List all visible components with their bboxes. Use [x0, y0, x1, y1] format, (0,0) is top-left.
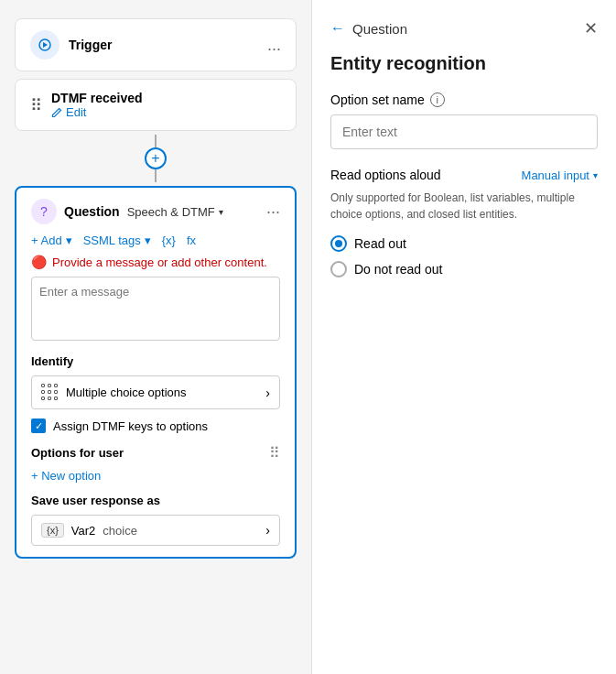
add-chevron-icon: ▾: [66, 234, 72, 247]
question-title: Question: [64, 204, 120, 219]
entity-title: Entity recognition: [330, 53, 598, 74]
speech-dtmf-label: Speech & DTMF: [127, 205, 215, 219]
add-button[interactable]: + Add ▾: [31, 234, 72, 247]
ssml-label: SSML tags: [83, 234, 141, 247]
speech-dtmf-chevron-icon: ▾: [219, 207, 223, 217]
trigger-icon: [30, 30, 59, 60]
ssml-chevron-icon: ▾: [145, 234, 151, 247]
dtmf-info: DTMF received Edit: [51, 91, 143, 119]
var-name: Var2: [71, 524, 96, 538]
left-panel: Trigger ... ⠿ DTMF received Edit + ? Que…: [0, 0, 311, 674]
identify-row[interactable]: Multiple choice options ›: [31, 375, 280, 409]
new-option-button[interactable]: + New option: [31, 469, 101, 483]
panel-header-left: ← Question: [330, 20, 407, 37]
dtmf-icon: ⠿: [30, 95, 42, 115]
var-row-chevron-icon: ›: [265, 523, 270, 538]
manual-input-label: Manual input: [522, 168, 589, 182]
var-row-left: {x} Var2 choice: [41, 523, 137, 538]
add-label: + Add: [31, 234, 62, 247]
options-label: Options for user: [31, 446, 124, 460]
manual-input-chevron-icon: ▾: [593, 170, 598, 180]
assign-dtmf-checkbox[interactable]: ✓: [31, 419, 46, 433]
edit-link[interactable]: Edit: [51, 105, 143, 119]
option-set-label: Option set name: [330, 92, 425, 107]
grid-icon: [41, 384, 59, 401]
question-header: ? Question Speech & DTMF ▾ ···: [31, 199, 280, 224]
helper-text: Only supported for Boolean, list variabl…: [330, 190, 598, 223]
add-node-button[interactable]: +: [145, 147, 167, 169]
read-options-label: Read options aloud: [330, 168, 441, 182]
assign-dtmf-label: Assign DTMF keys to options: [53, 419, 208, 433]
read-out-label: Read out: [354, 236, 406, 251]
option-set-input[interactable]: [330, 114, 598, 149]
identify-row-left: Multiple choice options: [41, 384, 187, 401]
variable-button[interactable]: {x}: [162, 234, 176, 247]
dtmf-card: ⠿ DTMF received Edit: [15, 79, 297, 131]
read-out-radio-circle[interactable]: [330, 235, 347, 252]
question-more-button[interactable]: ···: [266, 202, 280, 222]
question-header-left: ? Question Speech & DTMF ▾: [31, 199, 223, 224]
save-response-label: Save user response as: [31, 494, 280, 507]
assign-dtmf-checkbox-row[interactable]: ✓ Assign DTMF keys to options: [31, 419, 280, 433]
close-button[interactable]: ✕: [584, 18, 598, 38]
identify-chevron-icon: ›: [265, 386, 270, 400]
error-icon: 🔴: [31, 255, 47, 269]
do-not-read-radio-circle[interactable]: [330, 261, 347, 277]
panel-breadcrumb: Question: [352, 21, 407, 37]
drag-handle-icon[interactable]: ⠿: [269, 444, 280, 462]
connector-line: [155, 135, 157, 147]
manual-input-button[interactable]: Manual input ▾: [522, 168, 598, 182]
trigger-card-inner: Trigger: [30, 30, 112, 60]
trigger-label: Trigger: [69, 38, 112, 52]
right-panel: ← Question ✕ Entity recognition Option s…: [311, 0, 616, 674]
do-not-read-radio[interactable]: Do not read out: [330, 261, 598, 277]
back-button[interactable]: ←: [330, 20, 345, 37]
connector: +: [15, 135, 297, 182]
toolbar: + Add ▾ SSML tags ▾ {x} fx: [31, 234, 280, 247]
identify-label: Identify: [31, 354, 280, 368]
edit-label: Edit: [66, 105, 86, 119]
panel-header: ← Question ✕: [330, 18, 598, 38]
options-header: Options for user ⠿: [31, 444, 280, 462]
trigger-more-button[interactable]: ...: [267, 36, 281, 55]
fx-button[interactable]: fx: [187, 234, 196, 247]
multiple-choice-label: Multiple choice options: [66, 386, 187, 399]
dtmf-title: DTMF received: [51, 91, 143, 105]
do-not-read-label: Do not read out: [354, 262, 443, 277]
option-set-label-row: Option set name i: [330, 92, 598, 107]
read-out-radio[interactable]: Read out: [330, 235, 598, 252]
question-icon: ?: [31, 199, 57, 224]
trigger-card: Trigger ...: [15, 18, 297, 71]
var-badge: {x}: [41, 523, 64, 538]
error-text: Provide a message or add other content.: [52, 255, 267, 269]
save-response-row[interactable]: {x} Var2 choice ›: [31, 515, 280, 546]
error-message: 🔴 Provide a message or add other content…: [31, 255, 280, 269]
connector-line-2: [155, 169, 157, 182]
var-choice: choice: [103, 524, 137, 538]
message-input[interactable]: [31, 277, 280, 341]
ssml-button[interactable]: SSML tags ▾: [83, 234, 151, 247]
question-card: ? Question Speech & DTMF ▾ ··· + Add ▾ S…: [15, 186, 297, 559]
read-options-row: Read options aloud Manual input ▾: [330, 168, 598, 182]
info-icon[interactable]: i: [430, 92, 445, 107]
speech-dtmf-dropdown[interactable]: Speech & DTMF ▾: [127, 205, 223, 219]
